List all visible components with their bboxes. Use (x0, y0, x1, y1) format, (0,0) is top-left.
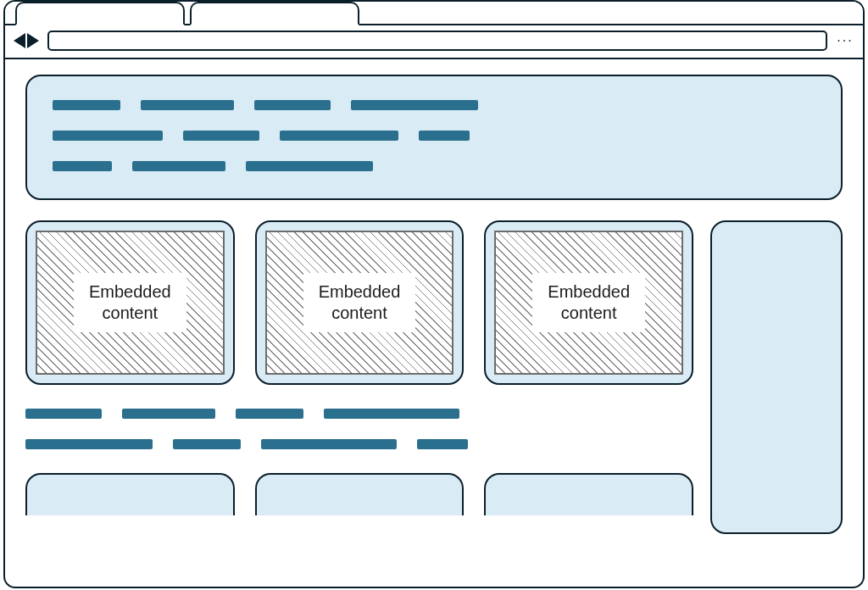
embedded-card (25, 473, 235, 515)
page-content: Embedded content Embedded content Embedd… (5, 59, 863, 583)
embedded-label: Embedded content (303, 273, 416, 332)
text-placeholder-row (25, 409, 693, 419)
embedded-content-frame[interactable]: Embedded content (265, 231, 454, 375)
embedded-content-frame[interactable]: Embedded content (36, 231, 225, 375)
main-columns: Embedded content Embedded content Embedd… (25, 220, 843, 534)
main-column: Embedded content Embedded content Embedd… (25, 220, 693, 515)
text-placeholder-row (25, 439, 693, 449)
nav-arrows (14, 33, 39, 48)
embedded-card: Embedded content (25, 220, 235, 385)
embedded-row-partial (25, 473, 693, 515)
back-arrow-icon[interactable] (14, 33, 25, 48)
browser-window: ··· Embedded content (3, 0, 865, 588)
tab-strip (5, 2, 863, 25)
forward-arrow-icon[interactable] (27, 33, 39, 48)
embedded-row: Embedded content Embedded content Embedd… (25, 220, 693, 385)
embedded-card (255, 473, 465, 515)
embedded-label: Embedded content (74, 273, 186, 332)
embedded-card (484, 473, 693, 515)
browser-tab[interactable] (190, 2, 359, 25)
paragraph-placeholder (25, 409, 693, 449)
browser-tab[interactable] (15, 2, 185, 25)
sidebar-panel (710, 220, 843, 534)
embedded-card: Embedded content (255, 220, 465, 385)
header-panel (25, 75, 843, 200)
text-placeholder-row (53, 100, 815, 110)
embedded-card: Embedded content (484, 220, 693, 385)
text-placeholder-row (53, 161, 815, 171)
overflow-menu-icon[interactable]: ··· (836, 36, 854, 45)
text-placeholder-row (53, 131, 815, 141)
embedded-label: Embedded content (532, 273, 645, 332)
browser-toolbar: ··· (5, 25, 863, 59)
embedded-content-frame[interactable]: Embedded content (494, 231, 683, 375)
url-bar[interactable] (47, 31, 827, 51)
